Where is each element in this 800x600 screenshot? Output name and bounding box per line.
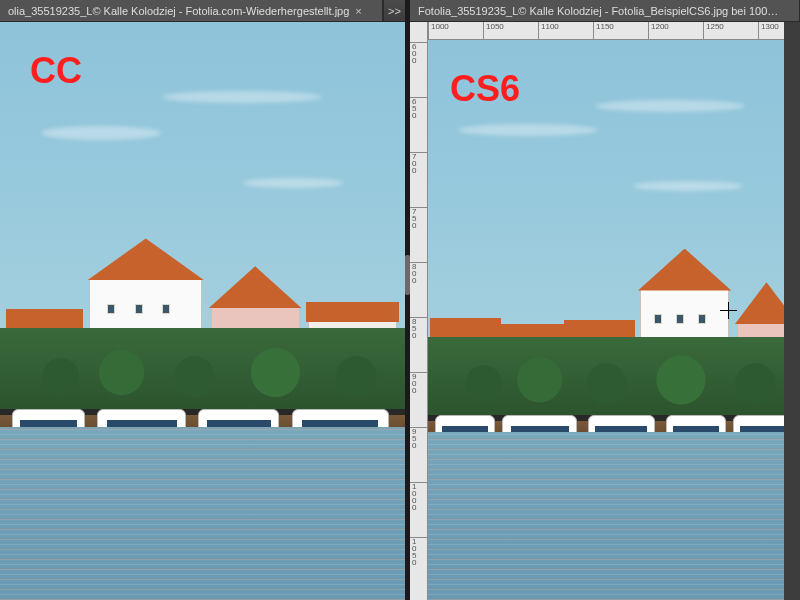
annotation-cc: CC xyxy=(30,50,82,92)
ruler-tick: 1100 xyxy=(538,22,559,39)
panel-left: olia_35519235_L© Kalle Kolodziej - Fotol… xyxy=(0,0,405,600)
ruler-tick: 8 5 0 xyxy=(410,317,427,339)
close-icon[interactable]: × xyxy=(355,5,361,17)
ruler-tick: 1 0 0 0 xyxy=(410,482,427,511)
annotation-cs6: CS6 xyxy=(450,68,520,110)
ruler-tick: 9 5 0 xyxy=(410,427,427,449)
canvas-col-right: 1000105011001150120012501300 xyxy=(428,22,800,600)
ruler-tick: 8 0 0 xyxy=(410,262,427,284)
tabbar-left: olia_35519235_L© Kalle Kolodziej - Fotol… xyxy=(0,0,405,22)
ruler-tick: 1000 xyxy=(428,22,449,39)
ruler-horizontal[interactable]: 1000105011001150120012501300 xyxy=(428,22,800,40)
ruler-tick: 1250 xyxy=(703,22,724,39)
ruler-tick: 7 0 0 xyxy=(410,152,427,174)
document-canvas-right[interactable]: CS6 xyxy=(428,40,800,600)
split-panels: olia_35519235_L© Kalle Kolodziej - Fotol… xyxy=(0,0,800,600)
ruler-tick: 6 5 0 xyxy=(410,97,427,119)
ruler-vertical[interactable]: 6 0 06 5 07 0 07 5 08 0 08 5 09 0 09 5 0… xyxy=(410,22,428,600)
document-tab-title: olia_35519235_L© Kalle Kolodziej - Fotol… xyxy=(8,5,349,17)
ruler-tick: 6 0 0 xyxy=(410,42,427,64)
ruler-tick: 1050 xyxy=(483,22,504,39)
ruler-tick: 1300 xyxy=(758,22,779,39)
ruler-tick: 1200 xyxy=(648,22,669,39)
document-tab-title: Fotolia_35519235_L© Kalle Kolodziej - Fo… xyxy=(418,5,778,17)
document-tab-right[interactable]: Fotolia_35519235_L© Kalle Kolodziej - Fo… xyxy=(410,0,800,21)
scrollbar-vertical[interactable] xyxy=(784,22,800,600)
ruler-tick: 1150 xyxy=(593,22,614,39)
ruler-tick: 1 0 5 0 xyxy=(410,537,427,566)
panel-right: Fotolia_35519235_L© Kalle Kolodziej - Fo… xyxy=(410,0,800,600)
image-right xyxy=(428,40,800,600)
workzone-left: CC xyxy=(0,22,405,600)
tab-overflow-button[interactable]: >> xyxy=(383,0,405,21)
document-canvas-left[interactable]: CC xyxy=(0,22,405,600)
canvas-col-left: CC xyxy=(0,22,405,600)
tabbar-right: Fotolia_35519235_L© Kalle Kolodziej - Fo… xyxy=(410,0,800,22)
ruler-tick: 7 5 0 xyxy=(410,207,427,229)
workzone-right: 6 0 06 5 07 0 07 5 08 0 08 5 09 0 09 5 0… xyxy=(410,22,800,600)
image-left xyxy=(0,22,405,600)
document-tab-left[interactable]: olia_35519235_L© Kalle Kolodziej - Fotol… xyxy=(0,0,383,21)
ruler-tick: 9 0 0 xyxy=(410,372,427,394)
